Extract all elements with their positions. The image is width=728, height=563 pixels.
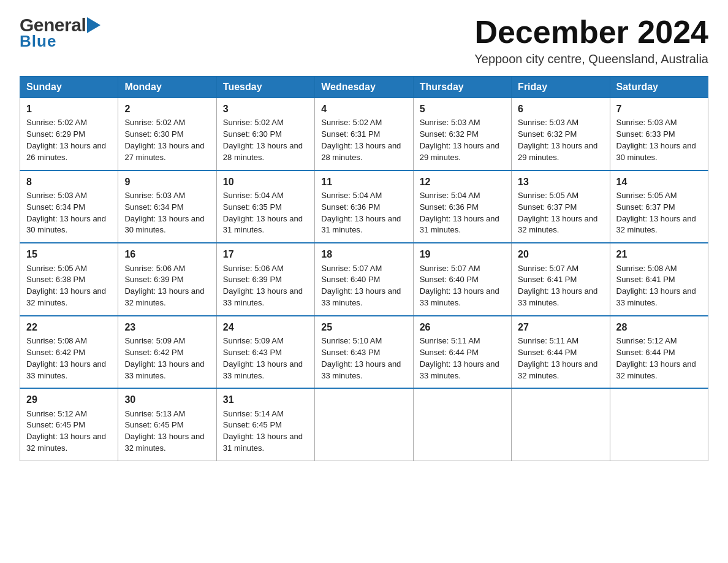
sunset-line: Sunset: 6:44 PM	[518, 348, 577, 357]
day-number: 12	[420, 175, 505, 189]
sunset-line: Sunset: 6:31 PM	[321, 129, 380, 139]
sunset-line: Sunset: 6:38 PM	[26, 275, 85, 284]
sunrise-line: Sunrise: 5:13 AM	[124, 409, 185, 418]
calendar-day-cell: 3 Sunrise: 5:02 AM Sunset: 6:30 PM Dayli…	[216, 98, 314, 170]
calendar-week-row: 1 Sunrise: 5:02 AM Sunset: 6:29 PM Dayli…	[20, 98, 708, 170]
sunset-line: Sunset: 6:37 PM	[518, 202, 577, 212]
day-number: 23	[124, 320, 210, 334]
sunrise-line: Sunrise: 5:11 AM	[518, 336, 578, 345]
daylight-line: Daylight: 13 hours and 32 minutes.	[518, 214, 597, 235]
sunrise-line: Sunrise: 5:12 AM	[26, 409, 87, 418]
day-number: 21	[616, 247, 702, 261]
day-number: 6	[518, 102, 603, 116]
sunrise-line: Sunrise: 5:11 AM	[420, 336, 480, 345]
calendar-day-cell: 31 Sunrise: 5:14 AM Sunset: 6:45 PM Dayl…	[216, 388, 314, 461]
calendar-day-cell: 28 Sunrise: 5:12 AM Sunset: 6:44 PM Dayl…	[610, 316, 708, 389]
daylight-line: Daylight: 13 hours and 30 minutes.	[124, 214, 204, 235]
sunset-line: Sunset: 6:39 PM	[124, 275, 183, 284]
day-number: 13	[518, 175, 603, 189]
calendar-day-cell: 26 Sunrise: 5:11 AM Sunset: 6:44 PM Dayl…	[413, 316, 511, 389]
logo-arrow-icon	[87, 17, 100, 33]
daylight-line: Daylight: 13 hours and 32 minutes.	[518, 359, 597, 380]
calendar-day-cell: 9 Sunrise: 5:03 AM Sunset: 6:34 PM Dayli…	[118, 170, 216, 243]
sunset-line: Sunset: 6:43 PM	[223, 348, 282, 357]
calendar-day-cell: 10 Sunrise: 5:04 AM Sunset: 6:35 PM Dayl…	[216, 170, 314, 243]
sunrise-line: Sunrise: 5:03 AM	[616, 118, 677, 127]
calendar-day-cell: 2 Sunrise: 5:02 AM Sunset: 6:30 PM Dayli…	[118, 98, 216, 170]
header-sunday: Sunday	[20, 77, 118, 98]
sunrise-line: Sunrise: 5:06 AM	[223, 264, 284, 273]
sunset-line: Sunset: 6:30 PM	[124, 129, 183, 139]
sunrise-line: Sunrise: 5:07 AM	[420, 264, 480, 273]
daylight-line: Daylight: 13 hours and 32 minutes.	[616, 214, 696, 235]
sunset-line: Sunset: 6:45 PM	[223, 420, 282, 429]
daylight-line: Daylight: 13 hours and 33 minutes.	[420, 359, 499, 380]
calendar-day-cell	[610, 388, 708, 461]
sunset-line: Sunset: 6:29 PM	[26, 129, 85, 139]
calendar-table: Sunday Monday Tuesday Wednesday Thursday…	[20, 76, 708, 461]
calendar-day-cell: 24 Sunrise: 5:09 AM Sunset: 6:43 PM Dayl…	[216, 316, 314, 389]
sunset-line: Sunset: 6:40 PM	[420, 275, 479, 284]
day-number: 14	[616, 175, 702, 189]
sunset-line: Sunset: 6:41 PM	[518, 275, 577, 284]
sunrise-line: Sunrise: 5:02 AM	[124, 118, 185, 127]
daylight-line: Daylight: 13 hours and 33 minutes.	[420, 286, 499, 307]
daylight-line: Daylight: 13 hours and 32 minutes.	[26, 286, 106, 307]
logo-blue-text: Blue	[20, 32, 56, 51]
calendar-title-area: December 2024 Yeppoon city centre, Queen…	[474, 15, 708, 66]
calendar-day-cell: 12 Sunrise: 5:04 AM Sunset: 6:36 PM Dayl…	[413, 170, 511, 243]
daylight-line: Daylight: 13 hours and 31 minutes.	[420, 214, 499, 235]
calendar-day-cell: 14 Sunrise: 5:05 AM Sunset: 6:37 PM Dayl…	[610, 170, 708, 243]
calendar-day-cell: 7 Sunrise: 5:03 AM Sunset: 6:33 PM Dayli…	[610, 98, 708, 170]
sunset-line: Sunset: 6:34 PM	[26, 202, 85, 212]
calendar-week-row: 29 Sunrise: 5:12 AM Sunset: 6:45 PM Dayl…	[20, 388, 708, 461]
sunset-line: Sunset: 6:37 PM	[616, 202, 675, 212]
location-subtitle: Yeppoon city centre, Queensland, Austral…	[474, 52, 708, 66]
calendar-day-cell	[512, 388, 610, 461]
sunrise-line: Sunrise: 5:14 AM	[223, 409, 284, 418]
sunset-line: Sunset: 6:42 PM	[26, 348, 85, 357]
sunrise-line: Sunrise: 5:10 AM	[321, 336, 382, 345]
daylight-line: Daylight: 13 hours and 32 minutes.	[124, 286, 204, 307]
day-number: 4	[321, 102, 406, 116]
calendar-day-cell: 6 Sunrise: 5:03 AM Sunset: 6:32 PM Dayli…	[512, 98, 610, 170]
header-saturday: Saturday	[610, 77, 708, 98]
sunset-line: Sunset: 6:36 PM	[420, 202, 479, 212]
calendar-day-cell: 21 Sunrise: 5:08 AM Sunset: 6:41 PM Dayl…	[610, 243, 708, 316]
calendar-day-cell: 22 Sunrise: 5:08 AM Sunset: 6:42 PM Dayl…	[20, 316, 118, 389]
sunrise-line: Sunrise: 5:05 AM	[616, 191, 677, 200]
sunrise-line: Sunrise: 5:02 AM	[26, 118, 87, 127]
day-number: 31	[223, 393, 308, 407]
sunrise-line: Sunrise: 5:08 AM	[616, 264, 677, 273]
daylight-line: Daylight: 13 hours and 33 minutes.	[223, 286, 303, 307]
sunset-line: Sunset: 6:44 PM	[616, 348, 675, 357]
sunset-line: Sunset: 6:40 PM	[321, 275, 380, 284]
calendar-day-cell: 5 Sunrise: 5:03 AM Sunset: 6:32 PM Dayli…	[413, 98, 511, 170]
sunset-line: Sunset: 6:41 PM	[616, 275, 675, 284]
day-number: 10	[223, 175, 308, 189]
calendar-day-cell: 13 Sunrise: 5:05 AM Sunset: 6:37 PM Dayl…	[512, 170, 610, 243]
calendar-week-row: 22 Sunrise: 5:08 AM Sunset: 6:42 PM Dayl…	[20, 316, 708, 389]
day-number: 22	[26, 320, 112, 334]
sunset-line: Sunset: 6:42 PM	[124, 348, 183, 357]
daylight-line: Daylight: 13 hours and 33 minutes.	[321, 359, 401, 380]
calendar-day-cell: 27 Sunrise: 5:11 AM Sunset: 6:44 PM Dayl…	[512, 316, 610, 389]
sunset-line: Sunset: 6:39 PM	[223, 275, 282, 284]
daylight-line: Daylight: 13 hours and 30 minutes.	[26, 214, 106, 235]
day-number: 17	[223, 247, 308, 261]
calendar-day-cell: 16 Sunrise: 5:06 AM Sunset: 6:39 PM Dayl…	[118, 243, 216, 316]
calendar-day-cell: 8 Sunrise: 5:03 AM Sunset: 6:34 PM Dayli…	[20, 170, 118, 243]
calendar-day-cell: 1 Sunrise: 5:02 AM Sunset: 6:29 PM Dayli…	[20, 98, 118, 170]
day-number: 20	[518, 247, 603, 261]
daylight-line: Daylight: 13 hours and 33 minutes.	[518, 286, 597, 307]
sunrise-line: Sunrise: 5:07 AM	[321, 264, 382, 273]
daylight-line: Daylight: 13 hours and 31 minutes.	[321, 214, 401, 235]
day-number: 28	[616, 320, 702, 334]
calendar-day-cell: 25 Sunrise: 5:10 AM Sunset: 6:43 PM Dayl…	[315, 316, 413, 389]
sunset-line: Sunset: 6:44 PM	[420, 348, 479, 357]
page-header: General Blue December 2024 Yeppoon city …	[20, 15, 708, 66]
calendar-day-cell: 30 Sunrise: 5:13 AM Sunset: 6:45 PM Dayl…	[118, 388, 216, 461]
daylight-line: Daylight: 13 hours and 33 minutes.	[616, 286, 696, 307]
day-number: 25	[321, 320, 406, 334]
day-number: 29	[26, 393, 112, 407]
